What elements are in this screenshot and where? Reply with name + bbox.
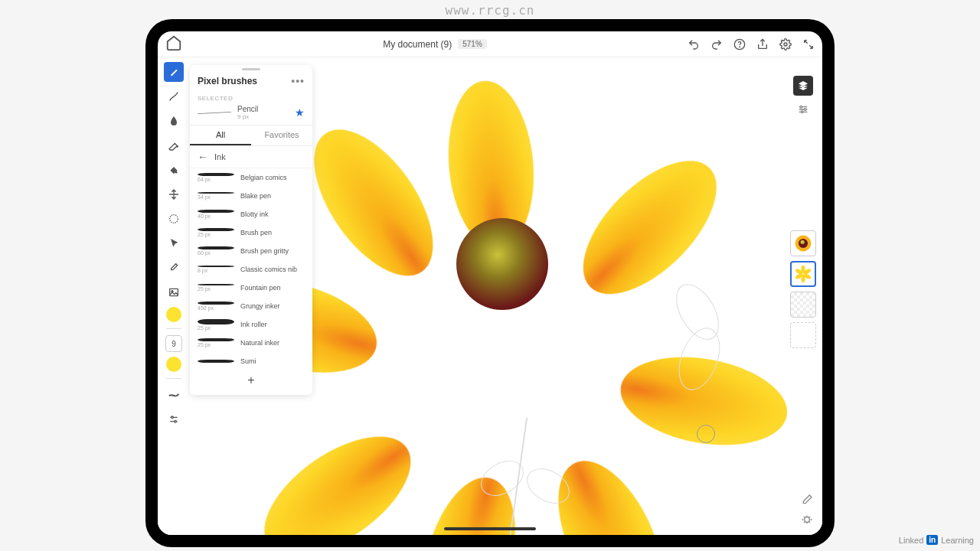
top-bar: My document (9) 571%	[158, 31, 822, 57]
brush-item[interactable]: 25 pxInk roller	[190, 315, 312, 334]
brush-category-row[interactable]: ← Ink	[190, 146, 312, 168]
brush-list[interactable]: 64 pxBelgian comics 34 pxBlake pen 40 px…	[190, 168, 312, 370]
stem-sketch	[487, 417, 579, 535]
document-title[interactable]: My document (9)	[383, 39, 452, 50]
layer-thumb-empty[interactable]	[790, 292, 816, 318]
top-actions	[688, 38, 815, 51]
edit-icon[interactable]	[801, 494, 813, 506]
selected-brush-size: 9 px	[237, 113, 289, 120]
svg-point-10	[801, 111, 803, 113]
layer-thumb-center[interactable]	[790, 230, 816, 256]
app-screen: My document (9) 571%	[158, 31, 822, 535]
brush-item[interactable]: 34 pxBlake pen	[190, 187, 312, 205]
layers-icon	[797, 80, 809, 92]
selected-brush-preview	[198, 108, 231, 117]
tab-all[interactable]: All	[190, 126, 251, 145]
brush-item[interactable]: Sumi	[190, 352, 312, 370]
right-panel: •••	[790, 76, 816, 348]
brush-item[interactable]: 40 pxBlotty ink	[190, 205, 312, 223]
bug-icon[interactable]	[801, 514, 813, 526]
layers-button[interactable]	[793, 76, 813, 96]
eyedropper-tool[interactable]	[164, 258, 184, 278]
svg-rect-4	[170, 289, 178, 295]
sliders-icon	[797, 103, 809, 116]
brush-item[interactable]: 25 pxBrush pen	[190, 223, 312, 242]
vector-brush-tool[interactable]	[164, 86, 184, 106]
fullscreen-icon[interactable]	[802, 38, 815, 51]
bottom-right-tools	[801, 494, 813, 526]
shape-tool[interactable]	[164, 233, 184, 253]
help-icon[interactable]	[733, 38, 746, 51]
selection-tool[interactable]	[164, 209, 184, 229]
brush-item[interactable]: 25 pxNatural inker	[190, 334, 312, 352]
layer-thumb-petals[interactable]	[790, 261, 816, 287]
panel-title: Pixel brushes	[198, 76, 257, 86]
home-indicator[interactable]	[444, 527, 536, 530]
brush-item[interactable]: 450 pxGrungy inker	[190, 297, 312, 315]
svg-point-9	[804, 109, 806, 111]
brush-item[interactable]: 60 pxBrush pen gritty	[190, 242, 312, 260]
brush-size-indicator[interactable]: 9	[165, 335, 182, 352]
share-icon[interactable]	[756, 38, 769, 51]
svg-point-7	[175, 420, 177, 422]
brush-panel: Pixel brushes ••• SELECTED Pencil 9 px ★…	[190, 65, 312, 395]
brush-cursor	[697, 425, 715, 443]
flower-artwork	[303, 65, 686, 463]
eraser-tool[interactable]	[164, 135, 184, 155]
watermark-url: www.rrcg.cn	[446, 3, 535, 18]
svg-point-3	[170, 215, 178, 223]
stroke-preview[interactable]	[164, 385, 184, 405]
left-toolbar: 9	[162, 62, 185, 429]
panel-menu-button[interactable]: •••	[291, 75, 305, 87]
layer-thumb-background[interactable]	[790, 322, 816, 348]
svg-point-2	[784, 43, 787, 46]
image-tool[interactable]	[164, 282, 184, 302]
favorite-star-icon[interactable]: ★	[295, 106, 305, 119]
svg-point-25	[805, 517, 810, 523]
fill-tool[interactable]	[164, 160, 184, 180]
settings-icon[interactable]	[779, 38, 792, 51]
brush-item[interactable]: 8 pxClassic comics nib	[190, 260, 312, 279]
tab-favorites[interactable]: Favorites	[251, 126, 312, 145]
document-title-area: My document (9) 571%	[182, 39, 688, 50]
svg-point-8	[800, 106, 802, 108]
home-button[interactable]	[165, 34, 182, 54]
layer-properties-button[interactable]	[794, 100, 812, 119]
add-brush-button[interactable]: +	[190, 370, 312, 390]
zoom-badge[interactable]: 571%	[458, 39, 487, 49]
back-arrow-icon[interactable]: ←	[198, 151, 208, 163]
brush-category-name: Ink	[214, 152, 226, 161]
pixel-brush-tool[interactable]	[164, 62, 184, 82]
smudge-tool[interactable]	[164, 111, 184, 131]
undo-icon[interactable]	[688, 38, 700, 51]
secondary-color[interactable]	[166, 357, 181, 372]
brush-tabs: All Favorites	[190, 125, 312, 146]
layer-thumbnails: •••	[790, 230, 816, 348]
selected-label: SELECTED	[198, 95, 305, 102]
transform-tool[interactable]	[164, 184, 184, 204]
brush-item[interactable]: 25 pxFountain pen	[190, 279, 312, 297]
home-icon	[165, 34, 182, 51]
svg-point-13	[801, 240, 805, 244]
svg-point-6	[172, 416, 174, 419]
svg-point-1	[740, 47, 740, 47]
redo-icon[interactable]	[710, 38, 723, 51]
foreground-color[interactable]	[166, 307, 181, 322]
panel-drag-handle[interactable]	[242, 68, 260, 70]
selected-brush-name: Pencil	[237, 105, 289, 113]
tablet-frame: My document (9) 571%	[145, 19, 835, 547]
linkedin-learning-badge: LinkedinLearning	[899, 535, 974, 545]
brush-settings-tool[interactable]	[164, 409, 184, 429]
brush-item[interactable]: 64 pxBelgian comics	[190, 168, 312, 187]
